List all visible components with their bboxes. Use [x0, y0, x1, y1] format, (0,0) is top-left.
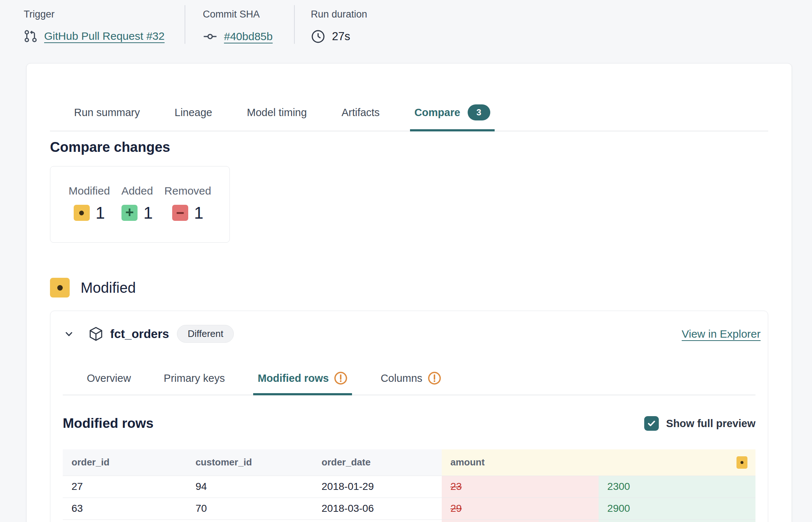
commit-sha-label: Commit SHA	[203, 9, 260, 20]
column-header-order-date: order_date	[313, 449, 442, 476]
tab-artifacts[interactable]: Artifacts	[341, 104, 380, 131]
table-row: 63 70 2018-03-06 29 2900	[63, 498, 755, 519]
cell-amount-new: 2900	[599, 498, 755, 519]
cell-order-id: 63	[63, 498, 187, 519]
meta-divider	[185, 5, 185, 44]
tab-compare[interactable]: Compare 3	[414, 104, 490, 131]
modified-rows-header: Modified rows Show full preview	[63, 416, 755, 431]
trigger-link[interactable]: GitHub Pull Request #32	[44, 30, 165, 42]
modified-group-title: Modified	[81, 280, 136, 296]
stat-modified: Modified 1	[69, 185, 110, 242]
run-duration-label: Run duration	[311, 9, 367, 20]
cell-order-date: 2018-01-29	[313, 476, 442, 498]
cell-amount-old: 23	[442, 476, 599, 498]
tab-overview[interactable]: Overview	[87, 371, 131, 395]
warning-icon	[428, 371, 441, 385]
checkbox-checked-icon[interactable]	[644, 416, 659, 431]
column-header-amount: amount	[442, 449, 755, 476]
added-icon: +	[121, 205, 138, 221]
removed-icon	[172, 205, 188, 221]
trigger-label: Trigger	[24, 9, 55, 20]
compare-count-badge: 3	[468, 104, 490, 120]
tab-primary-keys[interactable]: Primary keys	[164, 371, 225, 395]
show-full-preview-label: Show full preview	[666, 418, 755, 430]
table-row	[63, 519, 755, 522]
pull-request-icon	[24, 29, 38, 43]
model-card-fct-orders: fct_orders Different View in Explorer Ov…	[50, 311, 768, 522]
tab-modified-rows[interactable]: Modified rows	[258, 371, 348, 395]
status-badge: Different	[177, 325, 234, 343]
commit-icon	[203, 29, 217, 44]
run-duration-value: 27s	[332, 30, 350, 43]
modified-icon	[50, 278, 70, 298]
clock-icon	[311, 29, 325, 44]
column-header-order-id: order_id	[63, 449, 187, 476]
page-title: Compare changes	[50, 139, 768, 155]
cube-icon	[88, 326, 104, 342]
cell-order-date: 2018-03-06	[313, 498, 442, 519]
run-detail-card: Run summary Lineage Model timing Artifac…	[26, 63, 792, 522]
compare-stats-card: Modified 1 Added + 1 Removed 1	[50, 166, 230, 243]
modified-rows-title: Modified rows	[63, 416, 154, 431]
cell-customer-id: 70	[187, 498, 313, 519]
warning-icon	[334, 371, 348, 385]
meta-divider	[294, 5, 295, 44]
cell-customer-id: 94	[187, 476, 313, 498]
column-header-customer-id: customer_id	[187, 449, 313, 476]
tab-lineage[interactable]: Lineage	[175, 104, 212, 131]
cell-amount-old: 29	[442, 498, 599, 519]
run-tabs: Run summary Lineage Model timing Artifac…	[50, 104, 768, 131]
modified-column-icon	[736, 456, 747, 469]
modified-icon	[74, 205, 90, 221]
stat-added: Added + 1	[121, 185, 153, 242]
cell-order-id: 27	[63, 476, 187, 498]
table-header-row: order_id customer_id order_date amount	[63, 449, 755, 476]
model-name: fct_orders	[110, 327, 169, 341]
run-meta-bar: Trigger GitHub Pull Request #32 Commit S…	[0, 0, 812, 55]
tab-model-timing[interactable]: Model timing	[247, 104, 307, 131]
commit-sha-link[interactable]: #40bd85b	[224, 30, 272, 43]
modified-rows-table: order_id customer_id order_date amount 2…	[63, 449, 755, 522]
tab-columns[interactable]: Columns	[380, 371, 441, 395]
model-card-header: fct_orders Different View in Explorer	[50, 311, 768, 343]
modified-group-header: Modified	[50, 278, 768, 298]
chevron-down-icon[interactable]	[63, 329, 74, 339]
model-tabs: Overview Primary keys Modified rows Colu…	[63, 371, 755, 395]
table-row: 27 94 2018-01-29 23 2300	[63, 476, 755, 498]
stat-removed: Removed 1	[165, 185, 211, 242]
show-full-preview-toggle[interactable]: Show full preview	[644, 416, 755, 431]
tab-run-summary[interactable]: Run summary	[74, 104, 140, 131]
cell-amount-new: 2300	[599, 476, 755, 498]
view-in-explorer-link[interactable]: View in Explorer	[682, 328, 761, 340]
